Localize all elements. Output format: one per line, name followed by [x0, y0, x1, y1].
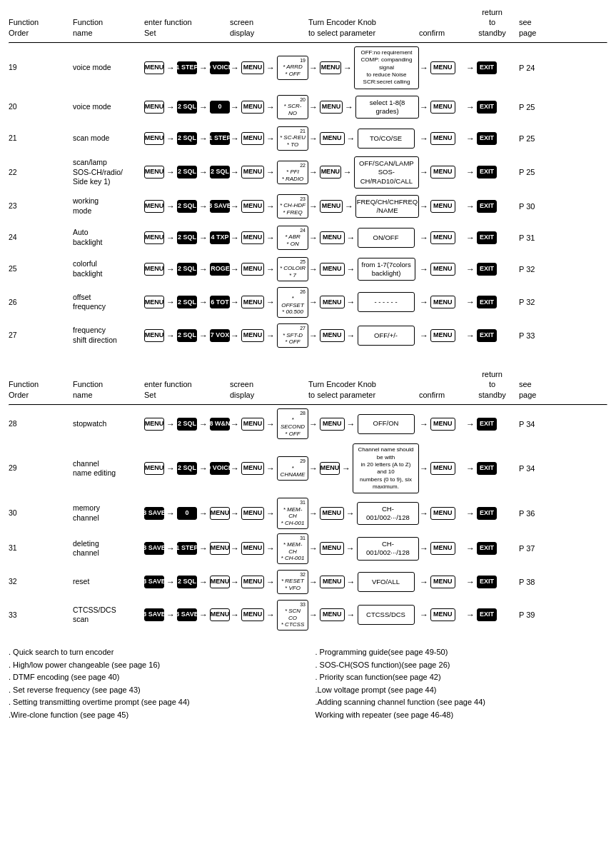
arrow-icon: → [231, 508, 239, 518]
confirm-cell: →MENU [419, 61, 465, 74]
param-display: VFO/ALL [358, 572, 415, 592]
col-header-col1: Function Order [9, 379, 73, 400]
param-display: ON/OFF [358, 228, 415, 248]
lcd-display: 25* COLOIR* 7 [277, 257, 308, 281]
button-7-vox: 7 VOX [210, 329, 230, 342]
param-display: CH-001/002···/128 [357, 537, 419, 561]
button-2-sql: 2 SQL [177, 200, 197, 213]
arrow-icon: → [166, 63, 175, 73]
note-item: . Priority scan function(see page 42) [315, 671, 608, 684]
button-menu: MENU [241, 101, 264, 114]
button-menu: MENU [320, 166, 341, 179]
note-item: . DTMF encoding (see page 40) [9, 671, 301, 684]
func-chain: MENU→2 SQL→3 SAVE [144, 200, 230, 213]
page-ref: P 33 [519, 331, 544, 340]
standby-cell: →EXIT [465, 507, 519, 520]
button-menu: MENU [320, 132, 345, 145]
table-row: 29channel name editingMENU→2 SQL→9 VOICE… [9, 443, 607, 493]
arrow-icon: → [420, 134, 428, 144]
button-menu: MENU [430, 200, 455, 213]
lcd-display: 20* SCR-NO [277, 95, 308, 119]
button-9-voice: 9 VOICE [210, 61, 230, 74]
arrow-icon: → [309, 419, 318, 429]
note-item: . High/low power changeable (see page 16… [9, 659, 301, 672]
button-2-sql: 2 SQL [177, 166, 197, 179]
param-cell: →MENU→Channel name should be with in 20 … [308, 443, 419, 493]
arrow-icon: → [231, 297, 239, 307]
arrow-icon: → [347, 233, 355, 243]
arrow-icon: → [420, 331, 428, 341]
table-row: 22scan/lamp SOS-CH/radio/ Side key 1)MEN… [9, 156, 607, 189]
button-2-sql: 2 SQL [177, 418, 197, 431]
arrow-icon: → [342, 463, 350, 473]
func-name: offset frequency [73, 293, 144, 312]
page-ref: P 34 [519, 464, 544, 473]
button-exit: EXIT [477, 61, 497, 74]
arrow-icon: → [266, 577, 275, 587]
button-menu: MENU [430, 296, 455, 308]
arrow-icon: → [199, 167, 208, 177]
param-display: OFF/+/- [358, 326, 415, 346]
table-1: Function OrderFunction nameenter functio… [9, 7, 607, 349]
func-chain: MENU→2 SQL→6 TOT [144, 296, 230, 308]
func-name: colorful backlight [73, 259, 144, 278]
button-menu: MENU [320, 263, 345, 276]
arrow-icon: → [466, 63, 475, 73]
table-row: 21scan modeMENU→2 SQL→1 STEP→MENU→21* SC… [9, 125, 607, 152]
arrow-icon: → [466, 419, 475, 429]
button-0: 0 [210, 101, 230, 114]
standby-cell: →EXIT [465, 576, 519, 588]
arrow-icon: → [347, 419, 355, 429]
table-row: 33CTCSS/DCS scan3 SAVE→3 SAVE→MENU→MENU→… [9, 600, 607, 631]
button-2-sql: 2 SQL [177, 296, 197, 308]
arrow-icon: → [231, 419, 239, 429]
arrow-icon: → [420, 543, 428, 553]
param-cell: →MENU→TO/CO/SE [308, 129, 419, 149]
func-name: voice mode [73, 102, 144, 112]
arrow-icon: → [466, 331, 475, 341]
func-chain: 3 SAVE→3 SAVE→MENU [144, 608, 230, 621]
arrow-icon: → [466, 264, 475, 274]
arrow-icon: → [420, 233, 428, 243]
confirm-cell: →MENU [419, 231, 465, 244]
button-4-txp: 4 TXP [210, 231, 230, 244]
button-1-step: 1 STEP [210, 132, 230, 145]
button-exit: EXIT [477, 296, 497, 308]
lcd-display: 22* PFI* RADIO [277, 161, 308, 185]
param-display: select 1-8(8 grades) [355, 96, 419, 119]
arrow-icon: → [166, 331, 175, 341]
param-display: OFF/SCAN/LAMP SOS-CH/RAD10/CALL [354, 156, 419, 189]
param-cell: →MENU→OFF/SCAN/LAMP SOS-CH/RAD10/CALL [308, 156, 419, 189]
arrow-icon: → [166, 610, 175, 620]
page-ref: P 31 [519, 233, 544, 242]
arrow-icon: → [343, 63, 352, 73]
arrow-icon: → [266, 331, 275, 341]
param-cell: →MENU→CTCSS/DCS [308, 605, 419, 625]
standby-cell: →EXIT [465, 329, 519, 342]
standby-cell: →EXIT [465, 296, 519, 308]
button-menu: MENU [430, 608, 455, 621]
func-name: stopwatch [73, 419, 144, 429]
arrow-icon: → [166, 543, 175, 553]
arrow-icon: → [309, 463, 318, 473]
arrow-icon: → [266, 134, 275, 144]
func-chain: MENU→2 SQL→9 VOICE [144, 462, 230, 475]
standby-cell: →EXIT [465, 418, 519, 431]
func-chain: MENU→2 SQL→7 VOX [144, 329, 230, 342]
button-2-sql: 2 SQL [177, 329, 197, 342]
arrow-icon: → [199, 419, 208, 429]
func-chain: MENU→2 SQL→4 TXP [144, 231, 230, 244]
arrow-icon: → [199, 610, 208, 620]
button-menu: MENU [144, 418, 164, 431]
confirm-cell: →MENU [419, 576, 465, 588]
param-cell: →MENU→select 1-8(8 grades) [308, 96, 419, 119]
confirm-cell: →MENU [419, 166, 465, 179]
standby-cell: →EXIT [465, 462, 519, 475]
button-menu: MENU [430, 132, 455, 145]
func-order: 32 [9, 577, 73, 587]
arrow-icon: → [199, 543, 208, 553]
arrow-icon: → [266, 63, 275, 73]
confirm-cell: →MENU [419, 200, 465, 213]
button-exit: EXIT [477, 608, 497, 621]
table-row: 23working modeMENU→2 SQL→3 SAVE→MENU→23*… [9, 193, 607, 220]
